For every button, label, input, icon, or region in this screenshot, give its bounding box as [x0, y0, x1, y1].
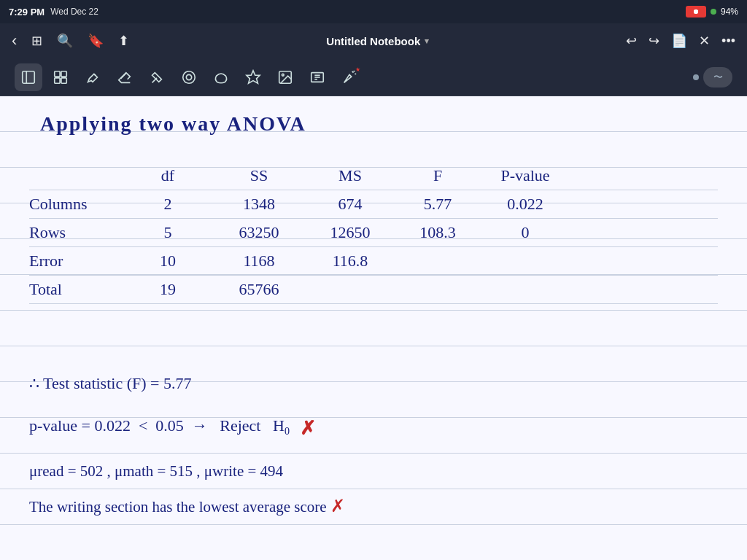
page-options-button[interactable]: 📄: [671, 33, 687, 49]
share-button[interactable]: ⬆: [118, 33, 129, 49]
table-row-error: Error 10 1168 116.8: [29, 247, 718, 276]
reject-cross-mark: ✗: [295, 411, 317, 446]
notebook-title: Untitled Notebook: [326, 35, 420, 47]
drawing-toolbar: ★ 〜: [0, 58, 747, 96]
battery-level: 94%: [721, 7, 738, 17]
shapes-tool-button[interactable]: [175, 63, 203, 91]
row-rows-ss: 63250: [212, 223, 306, 242]
svg-rect-5: [61, 77, 66, 82]
notebook-content-area: Applying two way ANOVA df SS MS F P-valu…: [0, 96, 747, 560]
lined-paper[interactable]: Applying two way ANOVA df SS MS F P-valu…: [0, 96, 747, 560]
row-error-label: Error: [29, 252, 124, 271]
textbox-tool-button[interactable]: [303, 63, 331, 91]
svg-point-9: [186, 74, 191, 79]
row-rows-label: Rows: [29, 223, 124, 242]
col-header-df: df: [124, 166, 212, 185]
table-header-row: df SS MS F P-value: [29, 162, 718, 190]
svg-rect-2: [55, 71, 60, 76]
svg-point-10: [183, 71, 196, 83]
image-insert-button[interactable]: [271, 63, 299, 91]
lower-content-section: ∴ Test statistic (F) = 5.77 p-value = 0.…: [29, 366, 718, 524]
color-dot[interactable]: [693, 74, 699, 80]
svg-point-13: [282, 74, 284, 76]
row-total-label: Total: [29, 280, 124, 299]
title-bar-right: ↩ ↪ 📄 ✕ •••: [626, 33, 735, 49]
pvalue-text: p-value = 0.022 < 0.05 → Reject H0: [29, 408, 290, 449]
svg-rect-4: [55, 77, 60, 82]
col-header-ms: MS: [306, 166, 394, 185]
search-button[interactable]: 🔍: [57, 33, 73, 49]
pen-style-button[interactable]: 〜: [703, 67, 732, 88]
svg-line-6: [94, 74, 96, 76]
row-rows-f: 108.3: [394, 223, 481, 242]
close-button[interactable]: ✕: [699, 33, 710, 49]
row-rows-df: 5: [124, 223, 212, 242]
more-options-button[interactable]: •••: [721, 34, 735, 49]
title-chevron-icon[interactable]: ▾: [425, 36, 429, 46]
undo-button[interactable]: ↩: [626, 33, 637, 49]
row-total-df: 19: [124, 280, 212, 299]
row-columns-ss: 1348: [212, 195, 306, 214]
pen-tool-button[interactable]: [79, 63, 107, 91]
svg-line-18: [352, 71, 354, 72]
svg-rect-3: [61, 71, 66, 76]
svg-rect-0: [23, 71, 35, 83]
row-columns-df: 2: [124, 195, 212, 214]
row-columns-pval: 0.022: [481, 195, 569, 214]
status-bar: 7:29 PM Wed Dec 22 ⏺ 94%: [0, 0, 747, 23]
row-error-ms: 116.8: [306, 252, 394, 271]
table-row-total: Total 19 65766: [29, 276, 718, 304]
svg-line-7: [121, 73, 126, 78]
redo-button[interactable]: ↪: [649, 33, 659, 49]
notebook-page-title: Applying two way ANOVA: [40, 112, 306, 136]
conclusion-red-mark: ✗: [330, 497, 345, 516]
lasso-tool-button[interactable]: [207, 63, 235, 91]
col-header-f: F: [394, 166, 481, 185]
recording-indicator: ⏺: [686, 6, 706, 18]
row-error-df: 10: [124, 252, 212, 271]
row-columns-f: 5.77: [394, 195, 481, 214]
highlighter-tool-button[interactable]: [143, 63, 171, 91]
bookmark-button[interactable]: 🔖: [88, 33, 104, 49]
title-bar-left: ‹ ⊞ 🔍 🔖 ⬆: [12, 31, 129, 50]
row-rows-ms: 12650: [306, 223, 394, 242]
pages-grid-button[interactable]: [47, 63, 74, 91]
title-bar: ‹ ⊞ 🔍 🔖 ⬆ Untitled Notebook ▾ ↩ ↪ 📄 ✕ ••…: [0, 23, 747, 58]
pvalue-reject-line: p-value = 0.022 < 0.05 → Reject H0 ✗: [29, 408, 718, 449]
table-row-rows: Rows 5 63250 12650 108.3 0: [29, 219, 718, 247]
status-bar-right: ⏺ 94%: [686, 6, 738, 18]
back-button[interactable]: ‹: [12, 31, 17, 50]
notebook-title-bar: Untitled Notebook ▾: [326, 35, 429, 47]
magic-tool-button[interactable]: ★: [336, 63, 363, 91]
col-header-ss: SS: [212, 166, 306, 185]
star-tool-button[interactable]: [239, 63, 267, 91]
mu-values-line: μread = 502 , μmath = 515 , μwrite = 494: [29, 454, 718, 489]
col-header-pval: P-value: [481, 166, 569, 185]
conclusion-text: The writing section has the lowest avera…: [29, 498, 327, 516]
row-columns-label: Columns: [29, 195, 124, 214]
svg-marker-11: [247, 70, 260, 82]
sidebar-toggle-button[interactable]: [15, 63, 42, 91]
table-row-columns: Columns 2 1348 674 5.77 0.022: [29, 190, 718, 219]
battery-display: 94%: [721, 7, 738, 17]
conclusion-line: The writing section has the lowest avera…: [29, 489, 718, 524]
time-display: 7:29 PM: [9, 7, 44, 18]
svg-line-8: [152, 77, 157, 82]
row-columns-ms: 674: [306, 195, 394, 214]
row-rows-pval: 0: [481, 223, 569, 242]
test-statistic-line: ∴ Test statistic (F) = 5.77: [29, 366, 718, 401]
anova-table: df SS MS F P-value Columns 2 1348 674 5.…: [29, 162, 718, 304]
row-error-ss: 1168: [212, 252, 306, 271]
grid-view-button[interactable]: ⊞: [31, 33, 42, 49]
eraser-tool-button[interactable]: [111, 63, 139, 91]
row-total-ss: 65766: [212, 280, 306, 299]
date-display: Wed Dec 22: [50, 7, 98, 17]
wifi-indicator: [711, 9, 716, 15]
